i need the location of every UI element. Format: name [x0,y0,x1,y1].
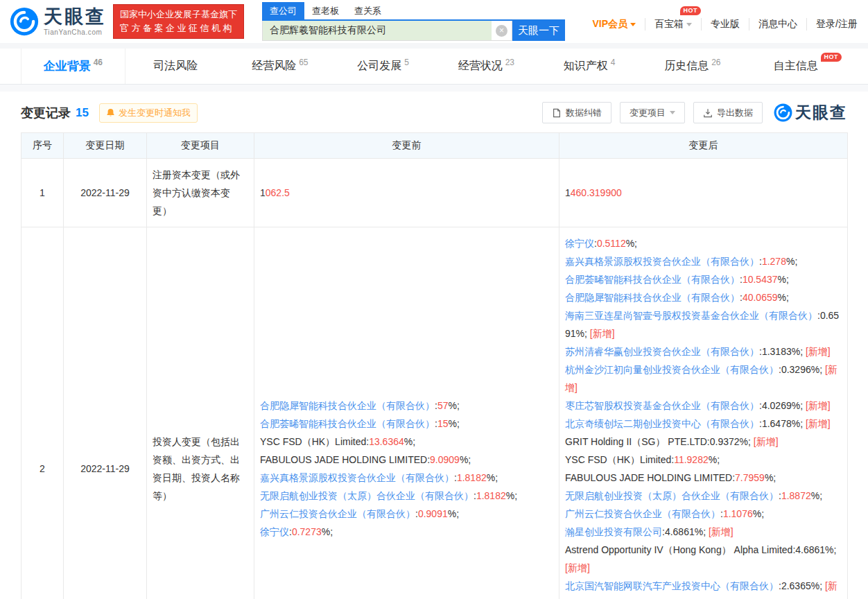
entry-text: :4.6861%; [662,526,709,537]
tab-operating-status[interactable]: 经营状况 23 [435,49,538,84]
tab-label: 企业背景 [44,58,91,74]
company-link[interactable]: 无限启航创业投资（太原）合伙企业（有限合伙） [260,490,474,501]
investor-entry: 北京国汽智能网联汽车产业投资中心（有限合伙）:2.6365%; [新增] [565,577,842,599]
menu-toolbox[interactable]: HOT 百宝箱 [645,18,701,31]
tab-intellectual-property[interactable]: 知识产权 4 [538,49,641,84]
investor-entry: 海南三亚连星尚智壹号股权投资基金合伙企业（有限合伙）:0.6591%; [新增] [565,306,842,342]
entry-text: %; [778,274,789,285]
search-submit-button[interactable]: 天眼一下 [512,21,565,41]
entry-text: :4.0269%; [759,400,806,411]
company-link[interactable]: 枣庄芯智股权投资基金合伙企业（有限合伙） [565,400,759,411]
before-change-cell: 1062.5 [254,159,559,227]
search-clear-button[interactable]: × [492,21,512,41]
investor-entry: 枣庄芯智股权投资基金合伙企业（有限合伙）:4.0269%; [新增] [565,397,842,415]
tianyancha-logo[interactable]: 天眼查 TianYanCha.com [10,7,106,36]
notify-on-change-button[interactable]: 发生变更时通知我 [99,103,198,123]
new-tag: [新增] [565,562,590,573]
investor-entry: 1460.319900 [565,184,842,202]
company-link[interactable]: 合肥荟晞智能科技合伙企业（有限合伙） [565,274,740,285]
export-data-button[interactable]: 导出数据 [693,102,763,123]
data-correction-label: 数据纠错 [566,107,602,119]
company-link[interactable]: 杭州金沙江初向量创业投资合伙企业（有限合伙） [565,364,779,375]
change-record-table: 序号 变更日期 变更项目 变更前 变更后 12022-11-29注册资本变更（或… [21,132,848,599]
tab-self-info[interactable]: 自主信息 HOT [744,49,847,84]
change-record-section-head: 变更记录 15 发生变更时通知我 数据纠错 变更项目 导出数据 [21,102,847,123]
company-link[interactable]: 广州云仁投资合伙企业（有限合伙） [260,508,415,519]
changed-value: 460.319900 [571,187,622,198]
changed-value: 11.9282 [674,454,709,465]
investor-entry: 嘉兴真格景源股权投资合伙企业（有限合伙）:1.8182%; [260,469,553,487]
company-link[interactable]: 北京奇绩创坛二期创业投资中心（有限合伙） [565,418,759,429]
table-header-row: 序号 变更日期 变更项目 变更前 变更后 [21,133,848,159]
changed-value: 1.278 [762,256,786,267]
company-link[interactable]: 合肥隐犀智能科技合伙企业（有限合伙） [260,400,435,411]
company-link[interactable]: 徐宁仪 [565,238,594,249]
changed-value: 40.0659 [743,292,778,303]
investor-entry: 合肥荟晞智能科技合伙企业（有限合伙）:10.5437%; [565,270,842,288]
tab-judicial-risk[interactable]: 司法风险 [125,49,229,84]
company-link[interactable]: 苏州清睿华赢创业投资合伙企业（有限合伙） [565,346,759,357]
company-link[interactable]: 合肥荟晞智能科技合伙企业（有限合伙） [260,418,435,429]
company-link[interactable]: 嘉兴真格景源股权投资合伙企业（有限合伙） [565,256,759,267]
investor-entry: GRIT Holding II（SG） PTE.LTD:0.9372%; [新增… [565,433,842,451]
search-input[interactable] [262,21,492,41]
company-link[interactable]: 无限启航创业投资（太原）合伙企业（有限合伙） [565,490,779,501]
tab-history-info[interactable]: 历史信息 26 [641,49,745,84]
tab-label: 司法风险 [153,59,198,73]
table-row: 12022-11-29注册资本变更（或外资中方认缴资本变更）1062.51460… [21,159,848,227]
entry-text: %; [404,436,415,447]
tianyancha-logo-icon [10,7,39,36]
entry-text: :0.3296%; [779,364,825,375]
change-date-cell: 2022-11-29 [64,227,147,599]
chevron-down-icon [686,23,692,26]
section-title: 变更记录 [21,105,71,121]
company-link[interactable]: 嘉兴真格景源股权投资合伙企业（有限合伙） [260,472,454,483]
entry-text: FABULOUS JADE HOLDING LIMITED: [260,454,430,465]
tab-company-background[interactable]: 企业背景 46 [21,49,125,84]
company-nav-tabs: 企业背景 46 司法风险 经营风险 65 公司发展 5 经营状况 23 知识产权… [0,49,868,85]
entry-text: :1.6478%; [759,418,806,429]
company-link[interactable]: 瀚星创业投资有限公司 [565,526,662,537]
search-tab-company[interactable]: 查公司 [262,2,304,19]
entry-text: %; [709,454,720,465]
change-item-cell: 投资人变更（包括出资额、出资方式、出资日期、投资人名称等） [147,227,254,599]
chevron-down-icon [670,111,675,114]
company-link[interactable]: 北京国汽智能网联汽车产业投资中心（有限合伙） [565,580,779,591]
change-item-filter-button[interactable]: 变更项目 [620,102,685,123]
changed-value: 9.0909 [430,454,460,465]
changed-value: 13.6364 [369,436,404,447]
clear-x-icon: × [496,25,507,37]
watermark-text: 天眼查 [795,102,847,123]
search-tab-boss[interactable]: 查老板 [304,2,347,19]
new-tag: [新增] [806,400,831,411]
tab-count: 46 [94,58,103,67]
hot-badge: HOT [680,6,702,15]
menu-pro[interactable]: 专业版 [701,18,749,31]
entry-text: %; [765,472,776,483]
menu-messages-label: 消息中心 [758,18,797,31]
entry-text: %; [811,490,822,501]
tab-company-development[interactable]: 公司发展 5 [331,49,435,84]
tab-count: 26 [711,58,720,67]
data-correction-button[interactable]: 数据纠错 [542,102,611,123]
col-header-item: 变更项目 [147,133,254,159]
menu-vip[interactable]: VIP会员 [584,18,645,31]
tab-label: 经营风险 [252,59,296,73]
badge-line1: 国家中小企业发展子基金旗下 [120,8,237,21]
company-link[interactable]: 广州云仁投资合伙企业（有限合伙） [565,508,720,519]
company-link[interactable]: 合肥隐犀智能科技合伙企业（有限合伙） [565,292,740,303]
changed-value: 15 [437,418,449,429]
investor-entry: YSC FSD（HK）Limited:11.9282%; [565,451,842,469]
company-link[interactable]: 海南三亚连星尚智壹号股权投资基金合伙企业（有限合伙） [565,310,817,321]
entry-text: GRIT Holding II（SG） PTE.LTD:0.9372%; [565,436,754,447]
menu-messages[interactable]: 消息中心 [749,18,806,31]
investor-entry: FABULOUS JADE HOLDING LIMITED:9.0909%; [260,451,553,469]
tab-operating-risk[interactable]: 经营风险 65 [229,49,332,84]
menu-login[interactable]: 登录/注册 [806,18,867,31]
col-header-index: 序号 [21,133,64,159]
search-tab-relation[interactable]: 查关系 [347,2,389,19]
menu-toolbox-label: 百宝箱 [654,18,684,31]
company-link[interactable]: 徐宁仪 [260,526,289,537]
investor-entry: 合肥隐犀智能科技合伙企业（有限合伙）:40.0659%; [565,288,842,306]
section-count: 15 [76,106,89,120]
